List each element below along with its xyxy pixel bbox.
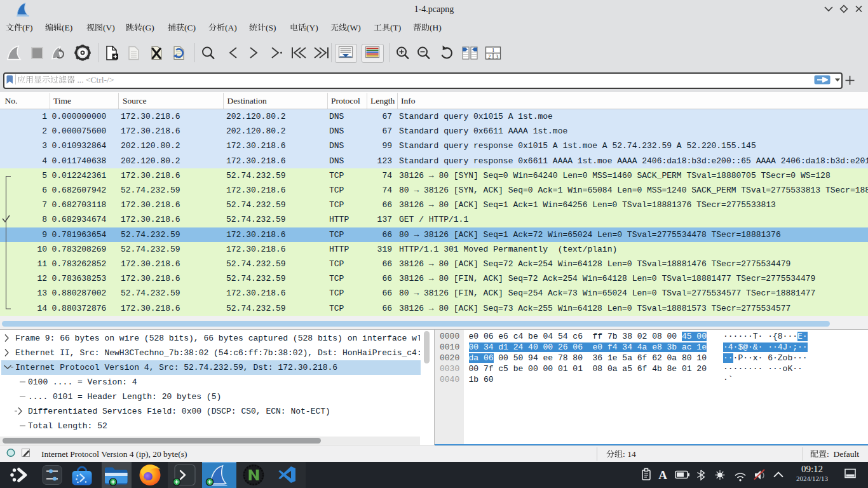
svg-text:3: 3	[496, 53, 498, 60]
svg-text:1: 1	[492, 47, 494, 53]
svg-text:A: A	[658, 468, 667, 482]
svg-text:2: 2	[488, 53, 491, 60]
